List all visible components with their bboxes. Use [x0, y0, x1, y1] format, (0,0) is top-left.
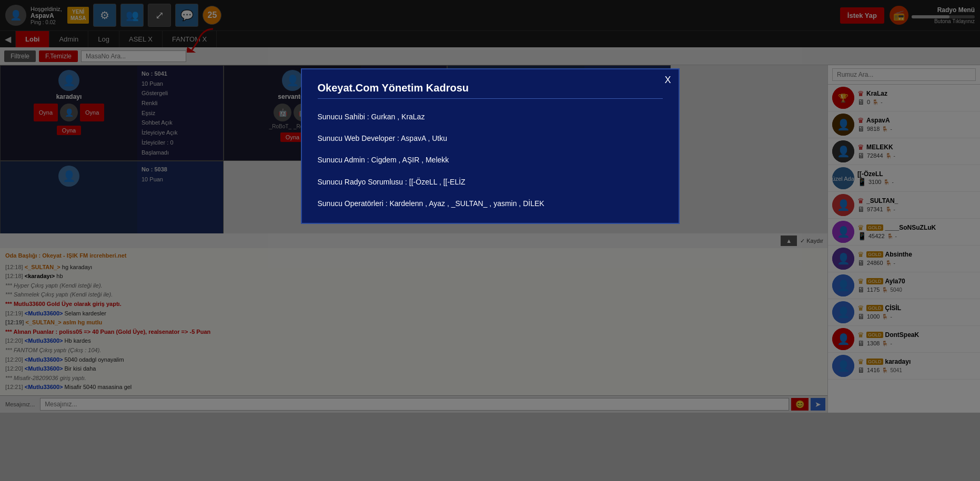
modal-label-1: Sunucu Web Developer : [318, 134, 399, 142]
modal-value-0: Gurkan , KraLaz [371, 112, 425, 121]
modal-title: Okeyat.Com Yönetim Kadrosu [318, 82, 663, 99]
modal-close-button[interactable]: X [664, 75, 671, 86]
modal-line-4: Sunucu Operatörleri : Kardelenn , Ayaz ,… [318, 197, 663, 210]
modal-value-2: Cigdem , AŞIR , Melekk [371, 156, 449, 164]
modal-value-3: [[-ÖzeLL , [[-ELİZ [409, 178, 466, 186]
modal-line-1: Sunucu Web Developer : AspavA , Utku [318, 132, 663, 145]
modal-body: Sunucu Sahibi : Gurkan , KraLaz Sunucu W… [318, 104, 663, 210]
modal: X Okeyat.Com Yönetim Kadrosu Sunucu Sahi… [301, 68, 680, 224]
modal-label-2: Sunucu Admin : [318, 156, 369, 164]
modal-line-2: Sunucu Admin : Cigdem , AŞIR , Melekk [318, 153, 663, 167]
modal-overlay[interactable]: X Okeyat.Com Yönetim Kadrosu Sunucu Sahi… [0, 0, 980, 481]
modal-line-3: Sunucu Radyo Sorumlusu : [[-ÖzeLL , [[-E… [318, 176, 663, 189]
modal-label-0: Sunucu Sahibi : [318, 112, 369, 121]
modal-value-4: Kardelenn , Ayaz , _SULTAN_ , yasmin , D… [389, 199, 544, 208]
modal-value-1: AspavA , Utku [401, 134, 447, 142]
modal-line-0: Sunucu Sahibi : Gurkan , KraLaz [318, 110, 663, 124]
modal-label-3: Sunucu Radyo Sorumlusu : [318, 178, 407, 186]
modal-label-4: Sunucu Operatörleri : [318, 199, 388, 208]
